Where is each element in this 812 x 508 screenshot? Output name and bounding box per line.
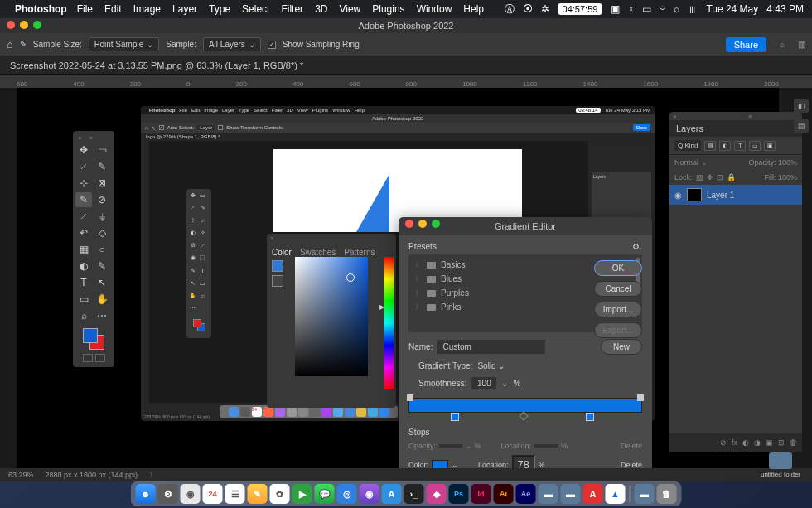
gradient-name-input[interactable] (437, 340, 545, 354)
menu-type[interactable]: Type (209, 3, 230, 15)
menubar-record-icon[interactable]: ⦿ (523, 3, 533, 15)
eraser-tool-icon[interactable]: ◇ (94, 225, 110, 240)
menubar-timer[interactable]: 04:57:59 (558, 3, 603, 15)
hue-slider[interactable] (384, 257, 394, 389)
dock-photos-icon[interactable]: ✿ (270, 484, 290, 504)
filter-adjust-icon[interactable]: ◐ (719, 141, 731, 151)
dock-folder-2-icon[interactable]: ▬ (561, 484, 581, 504)
frame-tool-icon[interactable]: ⊠ (94, 176, 110, 191)
swatches-tab[interactable]: Swatches (300, 248, 336, 257)
lock-pixels-icon[interactable]: ▨ (696, 173, 703, 181)
control-center-icon[interactable]: ⫼ (688, 3, 698, 15)
desktop-folder[interactable]: untitled folder (761, 452, 800, 478)
dock-calendar-icon[interactable]: 24 (203, 484, 223, 504)
panel-close-icon[interactable]: × « (669, 112, 802, 120)
link-layers-icon[interactable]: ⊘ (720, 438, 727, 447)
ps-search-icon[interactable]: ⌕ (780, 40, 785, 49)
window-close-icon[interactable] (7, 21, 15, 29)
edit-toolbar-icon[interactable]: ⋯ (94, 308, 110, 323)
menubar-app-name[interactable]: Photoshop (15, 3, 67, 15)
dock-settings-icon[interactable]: ⚙ (158, 484, 178, 504)
panel-close-icon[interactable]: × » (75, 134, 112, 143)
midpoint-stop-icon[interactable] (520, 411, 529, 420)
status-chevron-icon[interactable]: 〉 (149, 470, 157, 481)
menu-help[interactable]: Help (463, 3, 484, 15)
window-maximize-icon[interactable] (33, 21, 41, 29)
menubar-cc-icon[interactable]: ✲ (541, 3, 549, 15)
panel-close-icon[interactable]: × (267, 234, 396, 242)
dock-illustrator-icon[interactable]: Ai (494, 484, 514, 504)
color-swatch[interactable] (83, 328, 104, 350)
search-icon[interactable]: ⌕ (674, 3, 679, 15)
dialog-minimize-icon[interactable] (418, 220, 427, 228)
patterns-tab[interactable]: Patterns (344, 248, 375, 257)
layer-1[interactable]: ◉ Layer 1 (669, 185, 802, 205)
blur-tool-icon[interactable]: ○ (94, 242, 110, 257)
menubar-time[interactable]: 4:43 PM (766, 3, 804, 15)
layer-fx-icon[interactable]: fx (732, 438, 737, 447)
menu-filter[interactable]: Filter (281, 3, 303, 15)
dock-adobe-icon[interactable]: ◆ (427, 484, 447, 504)
history-brush-tool-icon[interactable]: ↶ (75, 225, 92, 240)
new-layer-icon[interactable]: ⊞ (778, 438, 785, 447)
filter-smart-icon[interactable]: ▣ (764, 141, 776, 151)
menubar-indicator-a-icon[interactable]: Ⓐ (505, 2, 515, 17)
panel-bg-color-icon[interactable] (272, 275, 283, 287)
group-layers-icon[interactable]: ▣ (766, 438, 773, 447)
opacity-stop-right-icon[interactable] (637, 394, 644, 401)
dock-reminders-icon[interactable]: ☰ (225, 484, 245, 504)
workspace-icon[interactable]: ▥ (798, 40, 805, 49)
screen-mode-icon[interactable] (95, 354, 105, 362)
zoom-level[interactable]: 63.29% (8, 471, 34, 479)
dock-folder-1-icon[interactable]: ▬ (539, 484, 558, 504)
wifi-icon[interactable]: ⌔ (660, 3, 665, 15)
dock-trash-icon[interactable]: 🗑 (657, 484, 677, 504)
gradient-type-dropdown[interactable]: Solid ⌄ (477, 361, 505, 370)
dock-indesign-icon[interactable]: Id (471, 484, 491, 504)
brush-tool-icon[interactable]: ⟋ (75, 209, 92, 224)
sampling-ring-checkbox[interactable]: ✓ (268, 41, 276, 49)
filter-shape-icon[interactable]: ▭ (749, 141, 761, 151)
presets-gear-icon[interactable]: ⚙. (632, 242, 642, 251)
menu-file[interactable]: File (77, 3, 93, 15)
collapsed-panel-1-icon[interactable]: ◧ (794, 99, 809, 113)
filter-type-icon[interactable]: T (734, 141, 746, 151)
dialog-close-icon[interactable] (405, 220, 413, 228)
collapsed-panel-2-icon[interactable]: ▤ (794, 119, 809, 133)
chevron-down-icon[interactable]: ⌄ (452, 461, 458, 469)
menu-image[interactable]: Image (133, 3, 161, 15)
lock-position-icon[interactable]: ✥ (707, 173, 713, 181)
dock-terminal-icon[interactable]: ›_ (404, 484, 424, 504)
blend-mode-dropdown[interactable]: Normal ⌄ (674, 158, 708, 167)
eyedropper-tool-icon[interactable]: ✎ (75, 192, 92, 207)
document-dims[interactable]: 2880 px x 1800 px (144 ppi) (46, 471, 138, 479)
opacity-stop-left-icon[interactable] (407, 394, 413, 401)
color-field[interactable] (295, 257, 368, 376)
menu-select[interactable]: Select (242, 3, 269, 15)
delete-layer-icon[interactable]: 🗑 (790, 438, 797, 447)
new-button[interactable]: New (601, 339, 642, 355)
hue-slider-thumb-icon[interactable]: ▶ (379, 303, 384, 311)
dock-vlc-icon[interactable]: ▲ (606, 484, 626, 504)
color-stop-1-icon[interactable] (451, 413, 459, 421)
dock-safari-icon[interactable]: ◎ (337, 484, 357, 504)
window-minimize-icon[interactable] (20, 21, 28, 29)
marquee-tool-icon[interactable]: ▭ (94, 143, 110, 157)
sample-size-dropdown[interactable]: Point Sample ⌄ (89, 37, 159, 51)
crop-tool-icon[interactable]: ⊹ (75, 176, 92, 191)
quick-mask-icon[interactable] (83, 354, 93, 362)
layer-mask-icon[interactable]: ◐ (742, 438, 749, 447)
menubar-date[interactable]: Tue 24 May (706, 3, 758, 15)
gradient-tool-icon[interactable]: ▦ (75, 242, 92, 257)
document-tab[interactable]: Screenshot 2022-05-24 at 3.13.55 PM.png … (0, 56, 812, 75)
hand-tool-icon[interactable]: ✋ (94, 292, 110, 307)
dock-messages-icon[interactable]: 💬 (315, 484, 335, 504)
color-stop-2-icon[interactable] (586, 413, 594, 421)
menu-3d[interactable]: 3D (315, 3, 327, 15)
dock-acrobat-icon[interactable]: A (583, 484, 603, 504)
dock-podcasts-icon[interactable]: ◉ (360, 484, 379, 504)
dock-downloads-icon[interactable]: ▬ (635, 484, 655, 504)
lasso-tool-icon[interactable]: ⟋ (75, 159, 92, 174)
dialog-maximize-icon[interactable] (432, 220, 440, 228)
battery-icon[interactable]: ▭ (642, 3, 651, 15)
